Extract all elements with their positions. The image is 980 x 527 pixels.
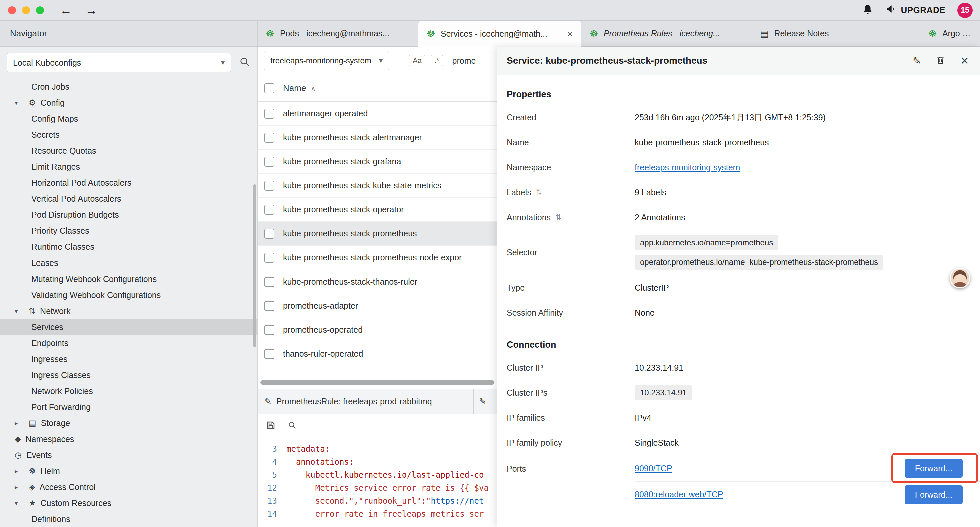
cluster-icon: ☸ [266,28,275,39]
port-link-9090[interactable]: 9090/TCP [635,463,673,473]
horizontal-scrollbar[interactable] [260,380,494,385]
table-row[interactable]: kube-prometheus-stack-prometheus-node-ex… [258,246,497,270]
back-icon[interactable]: ← [60,4,72,16]
table-row[interactable]: kube-prometheus-stack-alertmanager [258,126,497,150]
delete-trash-icon[interactable] [935,55,946,66]
sidebar-item-namespaces[interactable]: ◆Namespaces [0,431,257,447]
dock-tab-partial[interactable]: ✎ [474,389,497,414]
tab-pods[interactable]: ☸ Pods - icecheng@mathmas... [258,21,418,46]
select-all-checkbox[interactable] [264,83,274,93]
zoom-window-button[interactable] [36,6,44,14]
row-checkbox[interactable] [264,229,274,239]
drawer-header: Service: kube-prometheus-stack-prometheu… [497,47,980,75]
save-icon[interactable] [266,420,275,431]
table-row[interactable]: prometheus-adapter [258,294,497,318]
sidebar-item-definitions[interactable]: Definitions [0,511,257,527]
sidebar-item-custom-resources[interactable]: ▾★Custom Resources [0,495,257,511]
expand-collapse-icon[interactable]: ⇅ [536,188,542,197]
row-checkbox[interactable] [264,349,274,359]
table-row[interactable]: prometheus-operated [258,318,497,342]
sidebar-item-cron-jobs[interactable]: Cron Jobs [0,79,257,95]
row-checkbox[interactable] [264,253,274,263]
edit-pencil-icon: ✎ [264,396,272,407]
storage-icon: ▤ [29,418,37,428]
sidebar-item-config-maps[interactable]: Config Maps [0,111,257,127]
yaml-editor[interactable]: 3metadata: 4 annotations: 5 kubectl.kube… [258,438,497,527]
namespace-filter-select[interactable]: freeleaps-monitoring-system ▾ [264,51,389,70]
row-checkbox[interactable] [264,181,274,191]
table-row-selected[interactable]: kube-prometheus-stack-prometheus [258,222,497,246]
row-checkbox[interactable] [264,277,274,287]
sidebar-item-endpoints[interactable]: Endpoints [0,335,257,351]
notification-count-badge[interactable]: 15 [957,3,973,18]
avatar[interactable] [950,267,970,288]
sidebar-item-network[interactable]: ▾⇅Network [0,303,257,319]
sidebar-item-access-control[interactable]: ▸◈Access Control [0,479,257,495]
sidebar-item-limit-ranges[interactable]: Limit Ranges [0,159,257,175]
row-checkbox[interactable] [264,325,274,335]
notifications-bell-icon[interactable] [862,4,873,17]
sidebar-item-horizontal-pod-autoscalers[interactable]: Horizontal Pod Autoscalers [0,175,257,191]
table-row[interactable]: kube-prometheus-stack-grafana [258,150,497,174]
sidebar-item-port-forwarding[interactable]: Port Forwarding [0,399,257,415]
edit-pencil-icon[interactable]: ✎ [913,55,921,67]
port-link-8080[interactable]: 8080:reloader-web/TCP [635,490,723,499]
sidebar-item-leases[interactable]: Leases [0,255,257,271]
sidebar-item-ingresses[interactable]: Ingresses [0,351,257,367]
tab-release-notes[interactable]: ▤ Release Notes [752,21,920,46]
sidebar-item-network-policies[interactable]: Network Policies [0,383,257,399]
tab-argo[interactable]: ☸ Argo Se [920,21,980,46]
minimize-window-button[interactable] [22,6,30,14]
table-row[interactable]: kube-prometheus-stack-kube-state-metrics [258,174,497,198]
table-header: Name ∧ [258,75,497,102]
sidebar-item-mutating-webhook-configurations[interactable]: Mutating Webhook Configurations [0,271,257,287]
table-row[interactable]: thanos-ruler-operated [258,342,497,366]
sidebar-item-events[interactable]: ◷Events [0,447,257,463]
dock-tab-prometheusrule[interactable]: ✎ PrometheusRule: freeleaps-prod-rabbitm… [258,389,474,414]
close-tab-icon[interactable]: × [567,29,573,40]
table-row[interactable]: alertmanager-operated [258,102,497,126]
sidebar-item-helm[interactable]: ▸☸Helm [0,463,257,479]
kubeconfig-selector[interactable]: Local Kubeconfigs ▾ [7,53,231,72]
row-checkbox[interactable] [264,109,274,119]
column-header-name[interactable]: Name [283,83,306,93]
events-clock-icon: ◷ [15,450,22,460]
sidebar-item-storage[interactable]: ▸▤Storage [0,415,257,431]
table-row[interactable]: kube-prometheus-stack-thanos-ruler [258,270,497,294]
row-checkbox[interactable] [264,157,274,167]
sidebar-item-pod-disruption-budgets[interactable]: Pod Disruption Budgets [0,207,257,223]
cluster-icon: ☸ [426,28,435,40]
sidebar-item-config[interactable]: ▾⚙Config [0,95,257,111]
row-checkbox[interactable] [264,133,274,143]
search-input[interactable]: prome [452,56,476,66]
expand-collapse-icon[interactable]: ⇅ [555,213,562,222]
row-checkbox[interactable] [264,205,274,215]
forward-button[interactable]: Forward... [905,459,963,478]
forward-button[interactable]: Forward... [905,485,963,504]
helm-icon: ☸ [29,466,36,476]
upgrade-button[interactable]: UPGRADE [885,4,945,17]
match-case-toggle[interactable]: Aa [409,55,425,66]
close-window-button[interactable] [8,6,16,14]
close-icon[interactable]: × [960,54,969,68]
sidebar-item-services[interactable]: Services [0,319,257,335]
regex-toggle[interactable]: .* [431,55,443,66]
sidebar-item-validating-webhook-configurations[interactable]: Validating Webhook Configurations [0,287,257,303]
sidebar-item-vertical-pod-autoscalers[interactable]: Vertical Pod Autoscalers [0,191,257,207]
sort-asc-icon[interactable]: ∧ [310,84,315,92]
namespace-link[interactable]: freeleaps-monitoring-system [635,163,740,172]
search-icon[interactable] [239,56,250,69]
sidebar-item-secrets[interactable]: Secrets [0,127,257,143]
detail-row-session-affinity: Session Affinity None [497,300,980,325]
search-icon[interactable] [288,420,297,431]
sidebar-item-resource-quotas[interactable]: Resource Quotas [0,143,257,159]
tab-prometheus-rules[interactable]: ☸ Prometheus Rules - icecheng... [581,21,752,46]
sidebar-item-priority-classes[interactable]: Priority Classes [0,223,257,239]
sidebar-scrollbar[interactable] [253,185,256,347]
sidebar-item-ingress-classes[interactable]: Ingress Classes [0,367,257,383]
sidebar-item-runtime-classes[interactable]: Runtime Classes [0,239,257,255]
row-checkbox[interactable] [264,301,274,311]
forward-icon[interactable]: → [85,4,97,16]
tab-services[interactable]: ☸ Services - icecheng@math... × [418,21,581,47]
table-row[interactable]: kube-prometheus-stack-operator [258,198,497,222]
